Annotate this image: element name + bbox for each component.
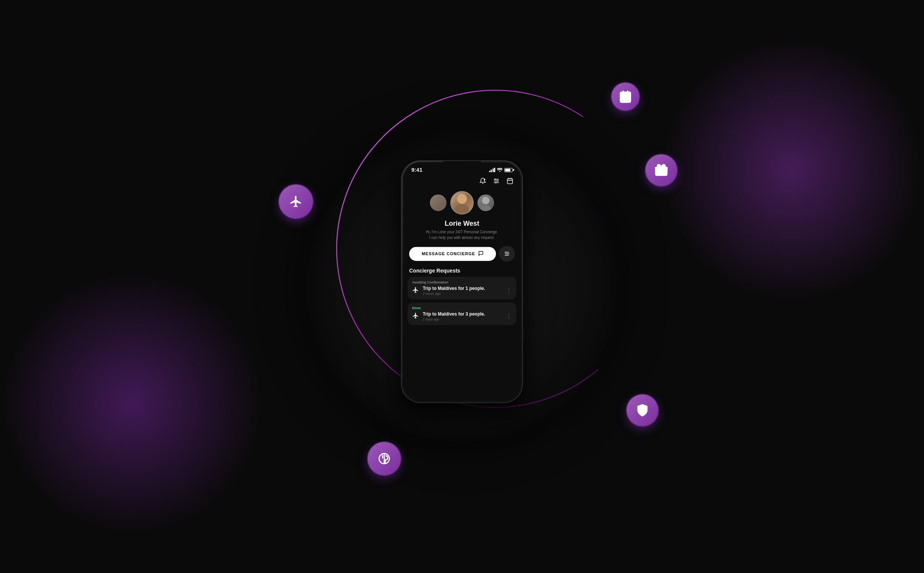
signal-bar-2 (491, 169, 492, 172)
request-more-1[interactable]: ⋮ (506, 287, 512, 294)
plane-icon-2 (412, 312, 419, 321)
calendar-icon[interactable] (506, 177, 514, 185)
signal-bar-1 (489, 171, 490, 172)
request-title-1: Trip to Maldives for 1 people. (423, 286, 502, 291)
plane-arc-icon[interactable] (279, 185, 313, 219)
avatar-right (477, 194, 494, 211)
request-title-2: Trip to Maldives for 3 people. (423, 312, 502, 317)
svg-rect-30 (656, 168, 667, 170)
signal-bar-3 (492, 168, 494, 172)
request-card-2[interactable]: Done Trip to Maldives for 3 people. 2 da… (408, 302, 516, 325)
phone-outer: 9:41 (402, 161, 522, 402)
svg-rect-8 (507, 178, 513, 184)
phone-wrapper: 9:41 (402, 161, 522, 402)
request-text-1: Trip to Maldives for 1 people. 2 hours a… (423, 286, 502, 296)
main-container: 9:41 (236, 60, 688, 513)
request-status-1: Awaiting Confirmation (412, 280, 512, 284)
svg-point-7 (495, 182, 496, 183)
avatar-left (430, 194, 447, 211)
status-icons (489, 168, 513, 172)
gift-arc-icon[interactable] (646, 154, 677, 186)
message-concierge-button[interactable]: MESSAGE CONCIERGE (409, 247, 496, 261)
msg-btn-row: MESSAGE CONCIERGE (403, 242, 521, 265)
svg-point-20 (505, 252, 507, 253)
svg-point-16 (480, 205, 491, 211)
svg-text:2: 2 (484, 179, 485, 180)
svg-point-6 (497, 180, 498, 182)
signal-bar-4 (494, 168, 495, 172)
svg-point-13 (455, 205, 469, 214)
plane-icon-1 (412, 286, 419, 295)
message-concierge-label: MESSAGE CONCIERGE (422, 251, 475, 256)
wifi-icon (497, 168, 502, 172)
request-time-1: 2 hours ago (423, 292, 502, 296)
top-icons: 2 (403, 174, 521, 187)
notification-icon[interactable]: 2 (478, 177, 487, 185)
svg-point-21 (507, 253, 508, 254)
avatar-center (450, 191, 474, 214)
svg-point-15 (482, 197, 489, 204)
notch (443, 161, 481, 171)
svg-rect-27 (623, 98, 625, 100)
chat-icon (478, 250, 483, 257)
battery-fill (505, 169, 510, 171)
svg-rect-23 (621, 92, 631, 102)
request-status-2: Done (412, 306, 512, 310)
bg-glow-right (660, 38, 924, 302)
filter-icon[interactable] (492, 177, 500, 185)
battery-icon (504, 168, 513, 172)
phone-screen: 9:41 (403, 162, 521, 401)
request-row-2: Trip to Maldives for 3 people. 2 days ag… (412, 312, 512, 321)
shield-arc-icon[interactable] (627, 395, 658, 426)
svg-point-12 (457, 194, 467, 204)
request-row-1: Trip to Maldives for 1 people. 2 hours a… (412, 286, 512, 296)
phone-inner: 9:41 (403, 162, 521, 401)
concierge-title: Concierge Requests (403, 265, 521, 277)
request-time-2: 2 days ago (423, 318, 502, 321)
status-time: 9:41 (411, 167, 422, 173)
svg-point-5 (495, 178, 496, 180)
profile-desc: Hi, I'm Lorie your 24/7 Personal Concier… (403, 228, 521, 242)
avatar-section (403, 187, 521, 218)
request-text-2: Trip to Maldives for 3 people. 2 days ag… (423, 312, 502, 321)
bg-glow-left (0, 271, 264, 535)
food-arc-icon[interactable] (367, 442, 401, 475)
settings-button[interactable] (499, 246, 515, 261)
svg-point-22 (506, 255, 507, 256)
request-card-1[interactable]: Awaiting Confirmation Trip to Maldives f… (408, 277, 516, 299)
request-more-2[interactable]: ⋮ (506, 313, 512, 320)
calendar-arc-icon[interactable] (611, 83, 639, 111)
profile-name: Lorie West (403, 220, 521, 228)
signal-bars (489, 168, 496, 172)
